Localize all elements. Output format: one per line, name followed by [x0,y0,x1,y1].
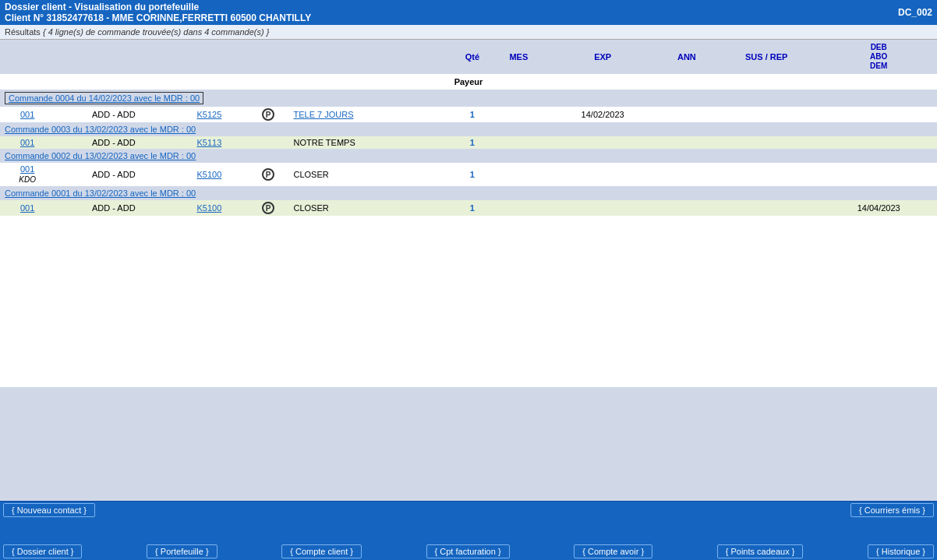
section-payeur: Payeur [0,74,937,90]
btn-compte-avoir[interactable]: { Compte avoir } [574,544,652,558]
order-header-1: Commande 0004 du 14/02/2023 avec le MDR … [0,90,937,107]
row-ref1: 001 [0,107,55,122]
row-qte: 1 [451,107,493,122]
row-p-icon: P [246,107,291,122]
table-row: 001 ADD - ADD K5125 P TELE 7 JOURS 1 14/… [0,107,937,122]
btn-cpt-facturation[interactable]: { Cpt facturation } [426,544,510,558]
col-exp: EXP [544,40,661,74]
column-headers: Qté MES EXP ANN SUS / REP DEBABODEM [0,40,937,74]
client-info: Client N° 31852477618 - MME CORINNE,FERR… [5,12,311,23]
btn-historique[interactable]: { Historique } [868,544,934,558]
col-mes: MES [493,40,544,74]
table-row: 001KDO ADD - ADD K5100 P CLOSER 1 [0,163,937,186]
footer-row-2: { Dossier client } { Portefeuille } { Co… [3,544,934,558]
table-row: 001 ADD - ADD K5100 P CLOSER 1 14/04/202… [0,200,937,216]
order-header-3: Commande 0002 du 13/02/2023 avec le MDR … [0,149,937,163]
col-qte: Qté [451,40,493,74]
col-sus-rep: SUS / REP [712,40,820,74]
row-product: TELE 7 JOURS [291,107,452,122]
order-link-1[interactable]: Commande 0004 du 14/02/2023 avec le MDR … [5,92,203,104]
col-ann: ANN [661,40,712,74]
title-bar: Dossier client - Visualisation du portef… [0,0,937,25]
row-ref2: ADD - ADD [55,107,172,122]
order-header-2: Commande 0003 du 13/02/2023 avec le MDR … [0,122,937,136]
data-table: Qté MES EXP ANN SUS / REP DEBABODEM Paye… [0,40,937,387]
btn-portefeuille[interactable]: { Portefeuille } [147,544,217,558]
order-link-4[interactable]: Commande 0001 du 13/02/2023 avec le MDR … [5,188,196,198]
spacer-row [0,216,937,387]
btn-nouveau-contact[interactable]: { Nouveau contact } [3,503,95,517]
btn-compte-client[interactable]: { Compte client } [281,544,362,558]
screen-code: DC_002 [898,7,932,18]
main-content: Qté MES EXP ANN SUS / REP DEBABODEM Paye… [0,40,937,387]
results-text: { 4 ligne(s) de commande trouvée(s) dans… [43,27,269,37]
row-exp: 14/02/2023 [544,107,661,122]
btn-dossier-client[interactable]: { Dossier client } [3,544,82,558]
order-link-3[interactable]: Commande 0002 du 13/02/2023 avec le MDR … [5,151,196,160]
results-bar: Résultats { 4 ligne(s) de commande trouv… [0,25,937,40]
footer-row-1: { Nouveau contact } { Courriers émis } [3,503,934,517]
order-header-4: Commande 0001 du 13/02/2023 avec le MDR … [0,186,937,200]
table-row: 001 ADD - ADD K5113 NOTRE TEMPS 1 [0,136,937,149]
footer-buttons: { Nouveau contact } { Courriers émis } {… [0,501,937,560]
col-deb: DEBABODEM [820,40,937,74]
section-label: Payeur [0,74,937,90]
btn-courriers-emis[interactable]: { Courriers émis } [850,503,934,517]
order-link-2[interactable]: Commande 0003 du 13/02/2023 avec le MDR … [5,125,196,134]
row-code: K5125 [172,107,246,122]
app-title: Dossier client - Visualisation du portef… [5,2,311,12]
btn-points-cadeaux[interactable]: { Points cadeaux } [717,544,804,558]
